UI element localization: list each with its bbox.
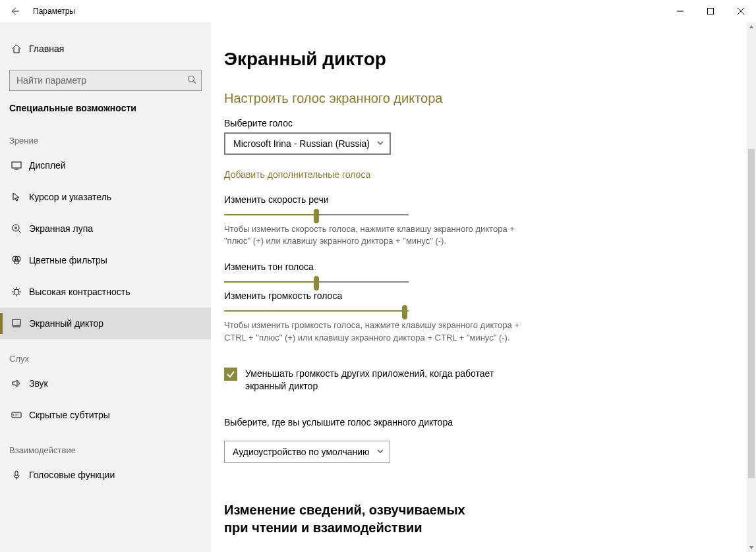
chevron-down-icon	[376, 138, 384, 149]
section-info: Изменение сведений, озвучиваемых при чте…	[224, 501, 488, 537]
narrator-icon	[9, 318, 24, 329]
voice-combo[interactable]: Microsoft Irina - Russian (Russia)	[224, 132, 391, 155]
svg-line-5	[194, 81, 196, 84]
voice-selected: Microsoft Irina - Russian (Russia)	[233, 138, 370, 149]
microphone-icon	[9, 470, 24, 480]
pitch-label: Изменить тон голоса	[224, 262, 712, 272]
display-icon	[9, 160, 24, 171]
nav-label: Экранный диктор	[24, 318, 103, 329]
output-selected: Аудиоустройство по умолчанию	[233, 447, 370, 457]
speed-slider[interactable]	[224, 210, 409, 211]
back-button[interactable]	[0, 0, 29, 22]
nav-label: Скрытые субтитры	[24, 410, 110, 420]
close-button[interactable]	[726, 0, 756, 22]
nav-item-sound[interactable]: Звук	[0, 368, 211, 399]
color-filters-icon	[9, 255, 24, 265]
chevron-down-icon	[376, 447, 384, 457]
contrast-icon	[9, 287, 24, 297]
svg-line-23	[19, 289, 20, 290]
home-label: Главная	[24, 43, 64, 54]
speed-help: Чтобы изменить скорость голоса, нажмите …	[224, 223, 527, 247]
nav-item-cursor[interactable]: Курсор и указатель	[0, 181, 211, 213]
output-label: Выберите, где вы услышите голос экранног…	[224, 417, 712, 428]
pitch-slider[interactable]	[224, 277, 409, 279]
nav-item-contrast[interactable]: Высокая контрастность	[0, 276, 211, 308]
svg-rect-1	[708, 9, 714, 14]
maximize-button[interactable]	[695, 0, 726, 22]
volume-help: Чтобы изменить громкость голоса, нажмите…	[224, 319, 527, 343]
checkbox-box	[224, 368, 237, 381]
svg-line-21	[19, 294, 20, 296]
nav-item-speech[interactable]: Голосовые функции	[0, 459, 211, 491]
page-title: Экранный диктор	[224, 49, 712, 70]
speed-label: Изменить скорость речи	[224, 194, 712, 205]
nav-label: Высокая контрастность	[24, 287, 130, 297]
svg-line-22	[13, 294, 15, 296]
lower-volume-checkbox[interactable]: Уменьшать громкость других приложений, к…	[224, 368, 712, 393]
window-title: Параметры	[29, 7, 75, 16]
group-label-interaction: Взаимодействие	[0, 431, 211, 459]
sidebar: Главная Специальные возможности Зрение Д…	[0, 22, 211, 552]
sound-icon	[9, 378, 24, 389]
scroll-down-icon[interactable]	[748, 544, 755, 551]
home-icon	[9, 43, 24, 54]
volume-slider[interactable]	[224, 306, 409, 308]
nav-label: Цветные фильтры	[24, 255, 107, 265]
svg-rect-28	[15, 471, 18, 476]
window-controls	[665, 0, 756, 22]
nav-label: Курсор и указатель	[24, 192, 111, 202]
group-label-vision: Зрение	[0, 121, 211, 150]
svg-rect-6	[12, 162, 21, 168]
nav-label: Звук	[24, 378, 48, 389]
choose-voice-label: Выберите голос	[224, 118, 712, 128]
section-voice: Настроить голос экранного диктора	[224, 91, 712, 106]
volume-label: Изменить громкость голоса	[224, 290, 712, 301]
svg-line-20	[13, 289, 15, 290]
nav-item-captions[interactable]: CC Скрытые субтитры	[0, 399, 211, 431]
lower-volume-label: Уменьшать громкость других приложений, к…	[245, 368, 535, 393]
search-box	[9, 70, 202, 91]
content-pane: Экранный диктор Настроить голос экранног…	[211, 22, 756, 552]
scrollbar-thumb[interactable]	[748, 149, 755, 478]
svg-point-4	[189, 76, 194, 82]
magnifier-icon	[9, 223, 24, 234]
scroll-up-icon[interactable]	[748, 24, 755, 30]
home-nav[interactable]: Главная	[0, 36, 211, 62]
svg-line-9	[18, 231, 21, 233]
minimize-button[interactable]	[665, 0, 695, 22]
nav-item-narrator[interactable]: Экранный диктор	[0, 308, 211, 339]
category-title: Специальные возможности	[0, 103, 211, 121]
nav-label: Голосовые функции	[24, 470, 115, 480]
search-input[interactable]	[9, 70, 202, 91]
nav-item-magnifier[interactable]: Экранная лупа	[0, 213, 211, 244]
add-voices-link[interactable]: Добавить дополнительные голоса	[224, 169, 370, 180]
nav-item-filters[interactable]: Цветные фильтры	[0, 244, 211, 276]
nav-label: Экранная лупа	[24, 223, 93, 234]
nav-item-display[interactable]: Дисплей	[0, 150, 211, 181]
output-combo[interactable]: Аудиоустройство по умолчанию	[224, 441, 390, 463]
titlebar: Параметры	[0, 0, 756, 22]
nav-label: Дисплей	[24, 160, 66, 171]
svg-text:CC: CC	[13, 413, 19, 417]
svg-point-15	[14, 289, 19, 294]
group-label-hearing: Слух	[0, 339, 211, 368]
svg-rect-24	[13, 319, 20, 325]
search-icon	[187, 75, 196, 86]
cursor-icon	[9, 192, 24, 202]
captions-icon: CC	[9, 410, 24, 420]
scrollbar[interactable]	[747, 22, 756, 552]
